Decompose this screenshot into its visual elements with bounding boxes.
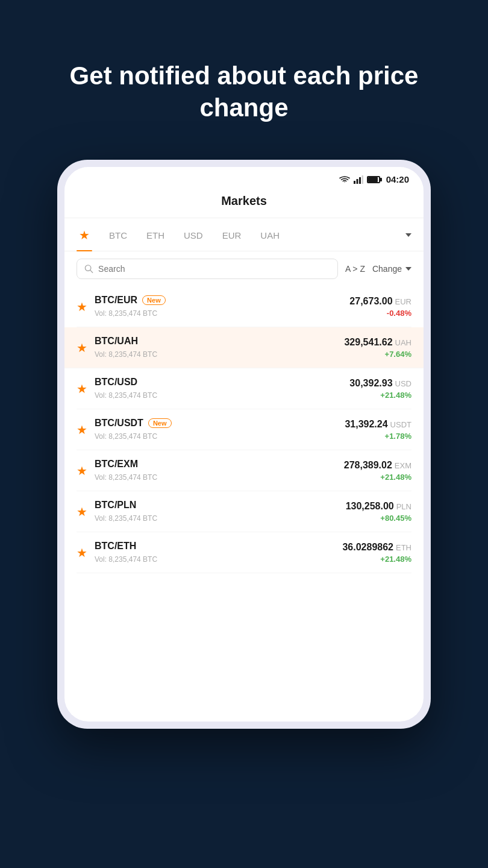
tab-dropdown[interactable]	[404, 230, 411, 239]
market-info-btc-eth: BTC/ETH Vol: 8,235,474 BTC	[95, 541, 342, 564]
market-info-btc-exm: BTC/EXM Vol: 8,235,474 BTC	[95, 459, 344, 482]
tab-favorites[interactable]: ★	[77, 218, 92, 251]
price-change-btc-eth: +21.48%	[342, 555, 411, 564]
chevron-down-icon	[405, 233, 411, 237]
sort-az-label[interactable]: A > Z	[345, 264, 365, 274]
price-change-btc-exm: +21.48%	[344, 473, 411, 482]
status-bar: 04:20	[64, 167, 424, 189]
favorite-star-btc-eur[interactable]: ★	[77, 300, 87, 314]
price-value-btc-uah: 329,541.62	[344, 337, 392, 348]
svg-rect-2	[359, 177, 361, 184]
price-change-btc-usdt: +1.78%	[345, 432, 411, 441]
phone-mockup: 04:20 Markets ★ BTC ETH USD EUR UAH	[57, 160, 431, 729]
price-value-btc-exm: 278,389.02	[344, 460, 392, 471]
price-row-btc-pln: 130,258.00 PLN	[346, 501, 411, 512]
price-row-btc-eur: 27,673.00 EUR	[349, 296, 411, 307]
market-info-btc-usd: BTC/USD Vol: 8,235,474 BTC	[95, 377, 349, 400]
tab-usd[interactable]: USD	[181, 221, 205, 249]
price-change-btc-pln: +80.45%	[346, 514, 411, 523]
market-name-btc-pln: BTC/PLN	[95, 500, 136, 511]
price-currency-btc-eth: ETH	[396, 543, 411, 552]
price-currency-btc-usd: USD	[395, 379, 411, 388]
new-badge: New	[142, 295, 166, 305]
change-label: Change	[372, 264, 402, 274]
tab-eur[interactable]: EUR	[220, 221, 244, 249]
tabs-row: ★ BTC ETH USD EUR UAH	[64, 218, 424, 251]
svg-rect-1	[356, 179, 358, 184]
market-price-btc-pln: 130,258.00 PLN +80.45%	[346, 501, 411, 523]
price-currency-btc-usdt: USDT	[390, 420, 411, 429]
status-icons: 04:20	[339, 174, 409, 184]
price-row-btc-usdt: 31,392.24 USDT	[345, 419, 411, 430]
market-name-btc-eth: BTC/ETH	[95, 541, 136, 552]
favorite-star-btc-pln[interactable]: ★	[77, 505, 87, 519]
price-change-btc-uah: +7.64%	[344, 350, 411, 359]
status-time: 04:20	[386, 174, 409, 184]
market-info-btc-usdt: BTC/USDT New Vol: 8,235,474 BTC	[95, 418, 345, 441]
market-name-row: BTC/PLN	[95, 500, 346, 511]
tab-eth[interactable]: ETH	[144, 221, 167, 249]
signal-icon	[354, 175, 363, 184]
market-info-btc-pln: BTC/PLN Vol: 8,235,474 BTC	[95, 500, 346, 523]
search-box[interactable]	[77, 259, 338, 279]
market-item-btc-eur[interactable]: ★ BTC/EUR New Vol: 8,235,474 BTC 27,673.…	[77, 286, 411, 327]
market-name-btc-eur: BTC/EUR	[95, 295, 137, 306]
favorite-star-btc-uah[interactable]: ★	[77, 341, 87, 355]
price-change-btc-eur: -0.48%	[349, 309, 411, 318]
change-filter-button[interactable]: Change	[372, 264, 411, 274]
market-item-btc-uah[interactable]: ★ BTC/UAH Vol: 8,235,474 BTC 329,541.62 …	[64, 327, 424, 368]
tab-btc[interactable]: BTC	[107, 221, 130, 249]
market-item-btc-usd[interactable]: ★ BTC/USD Vol: 8,235,474 BTC 30,392.93 U…	[77, 368, 411, 409]
market-price-btc-eth: 36.0289862 ETH +21.48%	[342, 542, 411, 564]
price-currency-btc-pln: PLN	[396, 502, 411, 511]
price-value-btc-usd: 30,392.93	[349, 378, 392, 389]
price-value-btc-pln: 130,258.00	[346, 501, 394, 512]
market-item-btc-pln[interactable]: ★ BTC/PLN Vol: 8,235,474 BTC 130,258.00 …	[77, 491, 411, 532]
app-header: Markets	[64, 189, 424, 218]
market-name-btc-exm: BTC/EXM	[95, 459, 138, 470]
market-price-btc-exm: 278,389.02 EXM +21.48%	[344, 460, 411, 482]
price-row-btc-uah: 329,541.62 UAH	[344, 337, 411, 348]
market-name-btc-usd: BTC/USD	[95, 377, 137, 388]
market-name-btc-usdt: BTC/USDT	[95, 418, 143, 429]
market-info-btc-uah: BTC/UAH Vol: 8,235,474 BTC	[95, 336, 344, 359]
market-price-btc-eur: 27,673.00 EUR -0.48%	[349, 296, 411, 318]
market-price-btc-uah: 329,541.62 UAH +7.64%	[344, 337, 411, 359]
market-name-btc-uah: BTC/UAH	[95, 336, 138, 347]
price-row-btc-usd: 30,392.93 USD	[349, 378, 411, 389]
tab-uah[interactable]: UAH	[258, 221, 282, 249]
svg-rect-3	[361, 175, 363, 184]
svg-line-5	[90, 270, 93, 272]
header-title: Markets	[221, 194, 267, 207]
market-item-btc-exm[interactable]: ★ BTC/EXM Vol: 8,235,474 BTC 278,389.02 …	[77, 450, 411, 491]
market-price-btc-usdt: 31,392.24 USDT +1.78%	[345, 419, 411, 441]
hero-title: Get notified about each price change	[69, 60, 419, 124]
search-filter-row: A > Z Change	[64, 251, 424, 286]
market-name-row: BTC/USD	[95, 377, 349, 388]
price-row-btc-eth: 36.0289862 ETH	[342, 542, 411, 553]
market-item-btc-eth[interactable]: ★ BTC/ETH Vol: 8,235,474 BTC 36.0289862 …	[77, 532, 411, 573]
market-vol-btc-usdt: Vol: 8,235,474 BTC	[95, 432, 157, 441]
change-chevron-icon	[405, 267, 411, 271]
new-badge: New	[148, 418, 172, 428]
price-currency-btc-uah: UAH	[395, 338, 411, 347]
market-vol-btc-pln: Vol: 8,235,474 BTC	[95, 514, 157, 523]
market-name-row: BTC/ETH	[95, 541, 342, 552]
price-currency-btc-exm: EXM	[395, 461, 411, 470]
price-value-btc-eur: 27,673.00	[349, 296, 392, 307]
battery-icon	[367, 176, 380, 183]
market-list: ★ BTC/EUR New Vol: 8,235,474 BTC 27,673.…	[64, 286, 424, 573]
market-vol-btc-eth: Vol: 8,235,474 BTC	[95, 555, 157, 564]
market-item-btc-usdt[interactable]: ★ BTC/USDT New Vol: 8,235,474 BTC 31,392…	[77, 409, 411, 450]
favorite-star-btc-eth[interactable]: ★	[77, 546, 87, 560]
market-info-btc-eur: BTC/EUR New Vol: 8,235,474 BTC	[95, 295, 349, 318]
market-price-btc-usd: 30,392.93 USD +21.48%	[349, 378, 411, 400]
search-input[interactable]	[98, 264, 330, 274]
favorite-star-btc-usdt[interactable]: ★	[77, 423, 87, 437]
market-name-row: BTC/EUR New	[95, 295, 349, 306]
wifi-icon	[339, 175, 350, 184]
phone-screen: 04:20 Markets ★ BTC ETH USD EUR UAH	[64, 167, 424, 722]
market-name-row: BTC/USDT New	[95, 418, 345, 429]
favorite-star-btc-usd[interactable]: ★	[77, 382, 87, 396]
favorite-star-btc-exm[interactable]: ★	[77, 464, 87, 478]
